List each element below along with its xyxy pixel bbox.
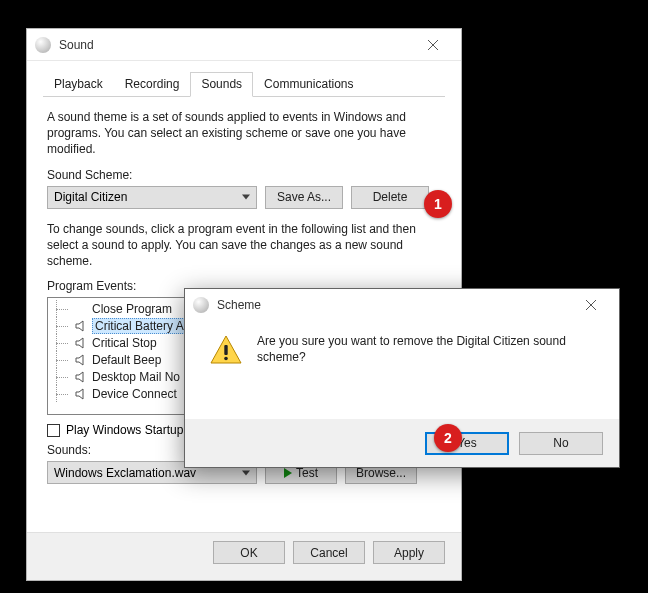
tab-recording[interactable]: Recording xyxy=(114,72,191,97)
apply-button[interactable]: Apply xyxy=(373,541,445,564)
speaker-icon xyxy=(74,319,88,333)
annotation-badge-2: 2 xyxy=(434,424,462,452)
save-as-button[interactable]: Save As... xyxy=(265,186,343,209)
speaker-icon xyxy=(74,302,88,316)
change-description: To change sounds, click a program event … xyxy=(47,221,441,270)
cancel-button[interactable]: Cancel xyxy=(293,541,365,564)
theme-description: A sound theme is a set of sounds applied… xyxy=(47,109,441,158)
delete-button[interactable]: Delete xyxy=(351,186,429,209)
sound-app-icon xyxy=(35,37,51,53)
close-button[interactable] xyxy=(413,29,453,60)
no-button[interactable]: No xyxy=(519,432,603,455)
scheme-app-icon xyxy=(193,297,209,313)
ok-button[interactable]: OK xyxy=(213,541,285,564)
scheme-titlebar: Scheme xyxy=(185,289,619,321)
tab-playback[interactable]: Playback xyxy=(43,72,114,97)
svg-point-1 xyxy=(224,357,228,361)
close-icon xyxy=(427,39,439,51)
tab-communications[interactable]: Communications xyxy=(253,72,364,97)
sound-title: Sound xyxy=(59,38,413,52)
scheme-value: Digital Citizen xyxy=(54,190,127,204)
speaker-icon xyxy=(74,370,88,384)
scheme-combobox[interactable]: Digital Citizen xyxy=(47,186,257,209)
sound-titlebar: Sound xyxy=(27,29,461,61)
play-icon xyxy=(284,468,292,478)
tab-sounds[interactable]: Sounds xyxy=(190,72,253,97)
tabs: Playback Recording Sounds Communications xyxy=(43,71,445,97)
scheme-label: Sound Scheme: xyxy=(47,168,441,182)
scheme-body: Are you sure you want to remove the Digi… xyxy=(185,321,619,419)
speaker-icon xyxy=(74,387,88,401)
scheme-message: Are you sure you want to remove the Digi… xyxy=(257,331,601,405)
checkbox-icon[interactable] xyxy=(47,424,60,437)
svg-rect-0 xyxy=(224,345,227,355)
sound-footer: OK Cancel Apply xyxy=(27,532,461,580)
speaker-icon xyxy=(74,336,88,350)
close-icon xyxy=(585,299,597,311)
startup-checkbox-label: Play Windows Startup xyxy=(66,423,183,437)
sounds-value: Windows Exclamation.wav xyxy=(54,466,196,480)
annotation-badge-1: 1 xyxy=(424,190,452,218)
scheme-title: Scheme xyxy=(217,298,571,312)
speaker-icon xyxy=(74,353,88,367)
chevron-down-icon xyxy=(242,195,250,200)
scheme-row: Digital Citizen Save As... Delete xyxy=(47,186,441,209)
warning-icon xyxy=(209,333,243,367)
chevron-down-icon xyxy=(242,470,250,475)
close-button[interactable] xyxy=(571,289,611,321)
scheme-footer: Yes No xyxy=(185,419,619,467)
scheme-dialog: Scheme Are you sure you want to remove t… xyxy=(184,288,620,468)
